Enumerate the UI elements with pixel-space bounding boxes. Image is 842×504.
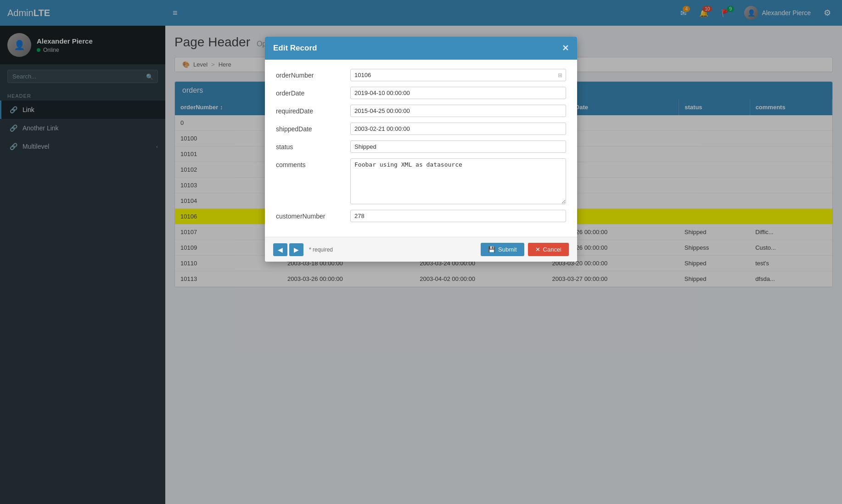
ordernumber-icon: ⊞: [558, 72, 562, 78]
modal-title: Edit Record: [273, 44, 317, 53]
required-note: * required: [309, 246, 333, 253]
action-buttons: 💾 Submit ✕ Cancel: [481, 243, 569, 256]
form-row-requireddate: requiredDate: [276, 105, 566, 117]
form-row-customernumber: customerNumber: [276, 210, 566, 222]
ordernumber-input[interactable]: [350, 69, 566, 81]
cancel-icon: ✕: [535, 246, 540, 253]
modal-body: orderNumber ⊞ orderDate requiredDate shi…: [265, 60, 577, 237]
modal-close-button[interactable]: ✕: [562, 43, 569, 53]
modal-footer: ◀ ▶ * required 💾 Submit ✕ Cancel: [265, 237, 577, 262]
label-shippeddate: shippedDate: [276, 123, 345, 133]
edit-record-modal: Edit Record ✕ orderNumber ⊞ orderDate re…: [265, 37, 577, 262]
label-customernumber: customerNumber: [276, 210, 345, 220]
submit-icon: 💾: [488, 246, 495, 253]
form-row-status: status: [276, 140, 566, 153]
modal-header: Edit Record ✕: [265, 37, 577, 60]
comments-textarea[interactable]: Foobar using XML as datasource: [350, 158, 566, 204]
shippeddate-input[interactable]: [350, 123, 566, 135]
submit-button[interactable]: 💾 Submit: [481, 243, 524, 256]
next-record-button[interactable]: ▶: [289, 243, 303, 256]
orderdate-input[interactable]: [350, 87, 566, 99]
form-row-ordernumber: orderNumber ⊞: [276, 69, 566, 81]
label-comments: comments: [276, 158, 345, 168]
cancel-button[interactable]: ✕ Cancel: [528, 243, 569, 256]
requireddate-input[interactable]: [350, 105, 566, 117]
submit-label: Submit: [498, 246, 516, 253]
nav-buttons: ◀ ▶: [273, 243, 303, 256]
form-row-orderdate: orderDate: [276, 87, 566, 99]
label-status: status: [276, 140, 345, 151]
cancel-label: Cancel: [543, 246, 561, 253]
customernumber-input[interactable]: [350, 210, 566, 222]
modal-overlay: Edit Record ✕ orderNumber ⊞ orderDate re…: [0, 0, 842, 504]
ordernumber-input-wrap: ⊞: [350, 69, 566, 81]
form-row-comments: comments Foobar using XML as datasource: [276, 158, 566, 204]
label-orderdate: orderDate: [276, 87, 345, 97]
label-ordernumber: orderNumber: [276, 69, 345, 79]
status-input[interactable]: [350, 140, 566, 153]
label-requireddate: requiredDate: [276, 105, 345, 115]
prev-record-button[interactable]: ◀: [273, 243, 287, 256]
form-row-shippeddate: shippedDate: [276, 123, 566, 135]
